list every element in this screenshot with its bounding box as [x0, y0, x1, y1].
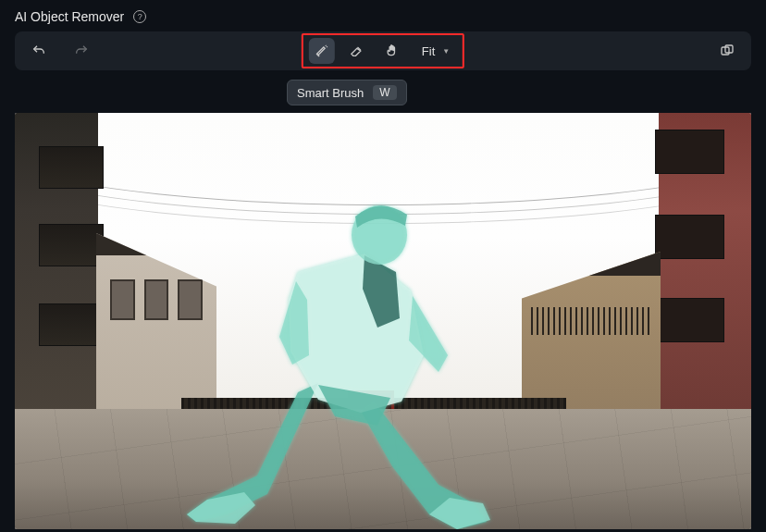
hand-button[interactable] — [379, 38, 405, 64]
redo-icon — [74, 43, 89, 58]
smart-brush-icon — [315, 43, 329, 58]
tooltip-label: Smart Brush — [297, 86, 364, 100]
editor-canvas[interactable] — [15, 113, 751, 529]
undo-button[interactable] — [26, 38, 52, 64]
redo-button[interactable] — [68, 38, 94, 64]
zoom-select[interactable]: Fit ▼ — [414, 44, 457, 58]
toolbar: Fit ▼ — [15, 31, 751, 70]
ai-selection-overlay — [179, 170, 531, 529]
hand-icon — [385, 43, 400, 58]
eraser-icon — [350, 43, 364, 58]
canvas-container — [0, 113, 766, 529]
eraser-button[interactable] — [344, 38, 370, 64]
chevron-down-icon: ▼ — [442, 47, 450, 56]
history-controls — [26, 38, 94, 64]
bg-building — [15, 113, 98, 437]
smart-brush-tooltip: Smart Brush W — [287, 80, 407, 105]
compare-button[interactable] — [714, 38, 740, 64]
annotation-highlight: Fit ▼ — [302, 33, 464, 68]
header: AI Object Remover ? — [0, 0, 766, 31]
zoom-label: Fit — [422, 44, 435, 58]
view-controls — [714, 38, 740, 64]
bg-building — [659, 113, 751, 441]
tooltip-shortcut: W — [373, 85, 396, 100]
smart-brush-button[interactable] — [309, 38, 335, 64]
compare-icon — [720, 43, 735, 58]
page-title: AI Object Remover — [15, 9, 124, 24]
help-icon[interactable]: ? — [133, 10, 146, 23]
toolbar-container: Fit ▼ — [0, 31, 766, 70]
undo-icon — [31, 43, 46, 58]
tool-controls: Fit ▼ — [302, 33, 464, 68]
